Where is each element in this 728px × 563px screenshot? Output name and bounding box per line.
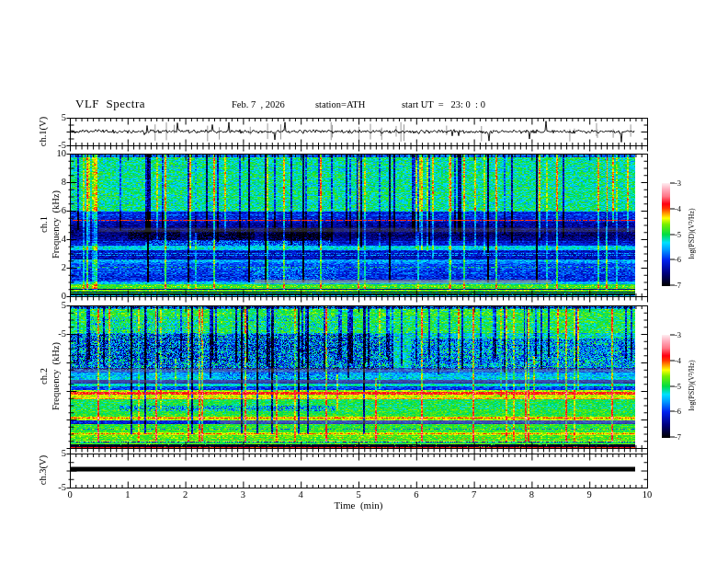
colorbar2-tick-label: -5 — [675, 382, 681, 390]
ch1-frequency-axis-label: Frequency (kHz) — [51, 190, 62, 259]
time-axis-title: Time (min) — [335, 500, 383, 511]
ch3-wave-y-tick-label: 5 — [50, 449, 66, 459]
x-tick-label: 4 — [299, 490, 303, 500]
header-station: station=ATH — [315, 100, 365, 110]
colorbar1-tick-label: -4 — [675, 205, 681, 213]
figure-title: VLF Spectra — [75, 98, 145, 109]
ch1-spec-y-tick-label: 6 — [50, 206, 66, 216]
colorbar1-label: log(PSD)(V²/Hz) — [688, 208, 696, 259]
ch2-frequency-axis-label: Frequency (kHz) — [51, 342, 62, 410]
ch1-spectrogram-channel-label: ch.1 — [40, 216, 50, 233]
x-tick-label: 10 — [643, 490, 653, 500]
ch1-spec-y-tick-label: 8 — [50, 178, 66, 188]
ch1-wave-y-tick-label: -5 — [50, 141, 66, 151]
ch2-spec-y-tick-label: 5 — [50, 301, 66, 311]
colorbar2-tick-label: -7 — [675, 433, 681, 442]
plot-canvas — [0, 0, 728, 563]
colorbar1-tick-label: -5 — [675, 230, 681, 238]
x-tick-label: 6 — [414, 490, 418, 500]
header-start-ut: start UT = 23: 0 : 0 — [402, 100, 485, 110]
ch2-spec-y-tick-label: -5 — [50, 329, 66, 339]
x-tick-label: 2 — [183, 490, 188, 500]
colorbar1-tick-label: -7 — [675, 282, 681, 290]
x-tick-label: 0 — [67, 490, 72, 500]
ch1-voltage-axis-label: ch.1(V) — [39, 117, 49, 146]
colorbar1-tick-label: -6 — [675, 256, 681, 264]
ch3-voltage-axis-label: ch.3(V) — [39, 455, 49, 485]
colorbar2-tick-label: -3 — [675, 331, 681, 339]
vlf-spectra-figure: VLF Spectra Feb. 7 , 2026 station=ATH st… — [0, 0, 728, 563]
header-date: Feb. 7 , 2026 — [232, 100, 285, 110]
ch1-spec-y-tick-label: 10 — [50, 149, 66, 159]
colorbar1-tick-label: -3 — [675, 179, 681, 188]
x-tick-label: 1 — [125, 490, 130, 500]
x-tick-label: 7 — [472, 490, 476, 500]
colorbar2-label: log(PSD)(V²/Hz) — [688, 360, 696, 410]
x-tick-label: 5 — [356, 490, 360, 500]
ch2-spectrogram-channel-label: ch.2 — [40, 368, 50, 385]
x-tick-label: 8 — [529, 490, 534, 500]
x-tick-label: 3 — [241, 490, 245, 500]
colorbar2-tick-label: -6 — [675, 408, 681, 416]
ch1-spec-y-tick-label: 2 — [50, 263, 66, 273]
ch1-spec-y-tick-label: 4 — [50, 235, 66, 245]
ch1-wave-y-tick-label: 5 — [50, 113, 66, 123]
ch3-wave-y-tick-label: -5 — [50, 483, 66, 493]
x-tick-label: 9 — [587, 490, 592, 500]
colorbar2-tick-label: -4 — [675, 357, 681, 365]
